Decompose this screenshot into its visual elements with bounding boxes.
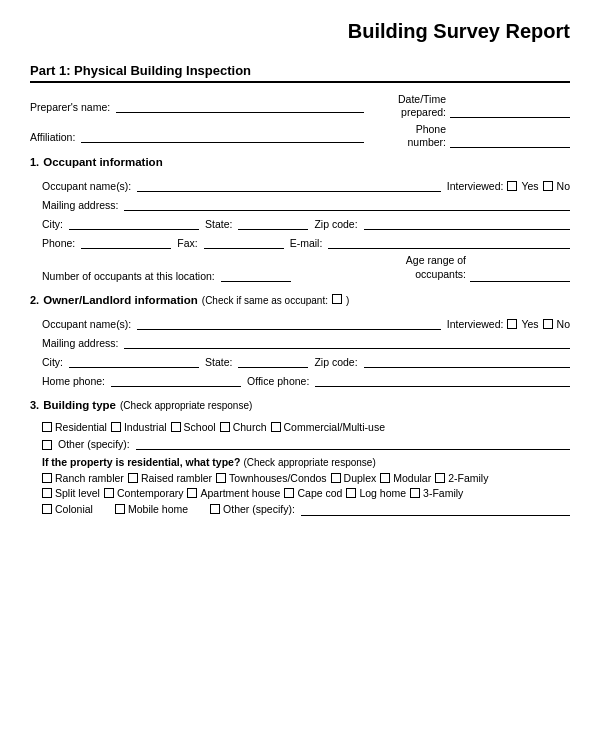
- cb-raised-rambler[interactable]: [128, 473, 138, 483]
- cb-apartment[interactable]: [187, 488, 197, 498]
- cb-colonial[interactable]: [42, 504, 52, 514]
- residential-note: If the property is residential, what typ…: [42, 456, 240, 468]
- section2-number: 2.: [30, 294, 39, 306]
- s2-same-checkbox[interactable]: [332, 294, 342, 304]
- s1-occupant-field[interactable]: [137, 178, 441, 192]
- label-log-home: Log home: [359, 487, 406, 499]
- label-industrial: Industrial: [124, 421, 167, 433]
- cb-mobile-home[interactable]: [115, 504, 125, 514]
- section2-title: Owner/Landlord information: [43, 294, 198, 306]
- s2-officephone-label: Office phone:: [247, 375, 309, 387]
- cb-contemporary[interactable]: [104, 488, 114, 498]
- affiliation-label: Affiliation:: [30, 131, 75, 143]
- cb-school[interactable]: [171, 422, 181, 432]
- label-townhouses: Townhouses/Condos: [229, 472, 326, 484]
- label-3family: 3-Family: [423, 487, 463, 499]
- preparers-name-field[interactable]: [116, 99, 364, 113]
- label-contemporary: Contemporary: [117, 487, 184, 499]
- s1-zip-field[interactable]: [364, 216, 570, 230]
- building-type-row: Residential Industrial School Church Com…: [42, 421, 570, 433]
- preparers-name-label: Preparer's name:: [30, 101, 110, 113]
- label-cape-cod: Cape cod: [297, 487, 342, 499]
- s2-homephone-field[interactable]: [111, 373, 241, 387]
- s2-zip-label: Zip code:: [314, 356, 357, 368]
- section2-check-note: (Check if same as occupant:: [202, 295, 328, 306]
- cb-other-residential[interactable]: [210, 504, 220, 514]
- section2: 2. Owner/Landlord information (Check if …: [30, 294, 570, 387]
- phone-label: Phone: [407, 123, 446, 136]
- s2-state-field[interactable]: [238, 354, 308, 368]
- s2-yes-checkbox[interactable]: [507, 319, 517, 329]
- s1-phone-label: Phone:: [42, 237, 75, 249]
- cb-modular[interactable]: [380, 473, 390, 483]
- s2-interviewed-label: Interviewed:: [447, 318, 504, 330]
- label-apartment: Apartment house: [200, 487, 280, 499]
- s1-yes-label: Yes: [521, 180, 538, 192]
- s1-state-label: State:: [205, 218, 232, 230]
- cb-duplex[interactable]: [331, 473, 341, 483]
- cb-3family[interactable]: [410, 488, 420, 498]
- s1-agerange-label: Age range of: [406, 254, 466, 268]
- label-raised-rambler: Raised rambler: [141, 472, 212, 484]
- residential-type-row2: Split level Contemporary Apartment house…: [42, 487, 570, 499]
- section1: 1. Occupant information Occupant name(s)…: [30, 156, 570, 281]
- cb-commercial[interactable]: [271, 422, 281, 432]
- s1-yes-checkbox[interactable]: [507, 181, 517, 191]
- cb-2family[interactable]: [435, 473, 445, 483]
- cb-log-home[interactable]: [346, 488, 356, 498]
- prepared-label: prepared:: [398, 106, 446, 119]
- s1-no-checkbox[interactable]: [543, 181, 553, 191]
- cb-other-type[interactable]: [42, 440, 52, 450]
- section1-title: Occupant information: [43, 156, 162, 168]
- cb-residential[interactable]: [42, 422, 52, 432]
- label-church: Church: [233, 421, 267, 433]
- affiliation-field[interactable]: [81, 129, 364, 143]
- section1-number: 1.: [30, 156, 39, 168]
- cb-cape-cod[interactable]: [284, 488, 294, 498]
- label-colonial: Colonial: [55, 503, 93, 515]
- s2-occupant-field[interactable]: [137, 316, 441, 330]
- cb-split-level[interactable]: [42, 488, 52, 498]
- s2-zip-field[interactable]: [364, 354, 570, 368]
- label-split-level: Split level: [55, 487, 100, 499]
- label-modular: Modular: [393, 472, 431, 484]
- datetime-label: Date/Time: [398, 93, 446, 106]
- label-ranch-rambler: Ranch rambler: [55, 472, 124, 484]
- s1-numoccupants-label: Number of occupants at this location:: [42, 270, 215, 282]
- s2-officephone-field[interactable]: [315, 373, 570, 387]
- s1-fax-label: Fax:: [177, 237, 197, 249]
- part1-header: Part 1: Physical Building Inspection: [30, 63, 570, 83]
- s1-mailing-label: Mailing address:: [42, 199, 118, 211]
- other-type-label: Other (specify):: [58, 438, 130, 450]
- s1-phone-field[interactable]: [81, 235, 171, 249]
- label-2family: 2-Family: [448, 472, 488, 484]
- cb-church[interactable]: [220, 422, 230, 432]
- cb-industrial[interactable]: [111, 422, 121, 432]
- s2-homephone-label: Home phone:: [42, 375, 105, 387]
- s1-occupant-label: Occupant name(s):: [42, 180, 131, 192]
- s2-city-field[interactable]: [69, 354, 199, 368]
- residential-type-row1: Ranch rambler Raised rambler Townhouses/…: [42, 472, 570, 484]
- other-type-field[interactable]: [136, 436, 570, 450]
- cb-townhouses[interactable]: [216, 473, 226, 483]
- section3-check-note: (Check appropriate response): [120, 400, 252, 411]
- s1-mailing-field[interactable]: [124, 197, 570, 211]
- label-residential: Residential: [55, 421, 107, 433]
- section3-title: Building type: [43, 399, 116, 411]
- s1-fax-field[interactable]: [204, 235, 284, 249]
- datetime-field[interactable]: [450, 104, 570, 118]
- s1-numoccupants-field[interactable]: [221, 268, 291, 282]
- s2-mailing-field[interactable]: [124, 335, 570, 349]
- s1-agerange-field[interactable]: [470, 268, 570, 282]
- s1-email-field[interactable]: [328, 235, 570, 249]
- s1-state-field[interactable]: [238, 216, 308, 230]
- label-mobile-home: Mobile home: [128, 503, 188, 515]
- label-other-residential: Other (specify):: [223, 503, 295, 515]
- s2-no-label: No: [557, 318, 570, 330]
- s2-no-checkbox[interactable]: [543, 319, 553, 329]
- s1-city-field[interactable]: [69, 216, 199, 230]
- phone-field[interactable]: [450, 134, 570, 148]
- cb-ranch-rambler[interactable]: [42, 473, 52, 483]
- label-school: School: [184, 421, 216, 433]
- other-residential-field[interactable]: [301, 502, 570, 516]
